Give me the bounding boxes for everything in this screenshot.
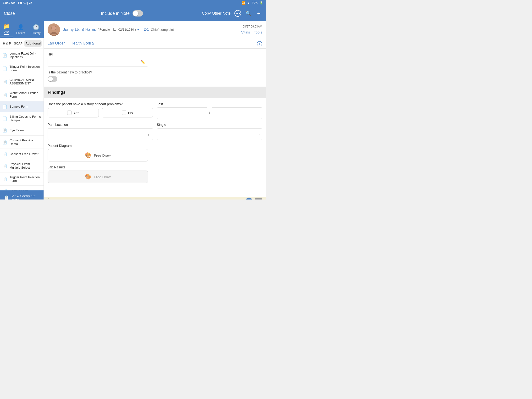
scroll-up-button[interactable]: ▲ [255,198,262,200]
sidebar-item-physical[interactable]: 📄 Physical Exam Multiple Select [0,159,44,172]
doc-icon-consent2: 📄 [2,152,7,156]
lab-results-section: Lab Results 🎨 Free Draw [48,165,148,183]
findings-header: Findings [44,87,266,98]
doc-icon-lumbar: 📄 [2,53,7,58]
test-input-left[interactable] [157,108,207,119]
new-patient-toggle[interactable] [48,76,57,82]
sidebar-item-label-trigger2: Trigger Point Injection Form [10,175,41,183]
sidebar-item-trigger1[interactable]: 📄 Trigger Point Injection Form [0,62,44,75]
sidebar-item-cervical[interactable]: 📄 CERVICAL SPINE ASSESSMENT [0,75,44,88]
patient-diagram-label: Patient Diagram [48,144,148,148]
free-draw-icon1: 🎨 [85,152,91,158]
sidebar-item-lumbar[interactable]: 📄 Lumbar Facet Joint Injections [0,49,44,62]
patient-diagram-section: Patient Diagram 🎨 Free Draw [48,144,148,161]
doc-icon-work: 📄 [2,93,7,97]
doc-icon-eye: 📄 [2,128,7,133]
bottom-bar: 0 Line 🎤 ▲ [44,197,266,200]
dot3 [239,13,240,14]
wifi-icon: 📶 [242,1,245,5]
doc-icon-billing: 📄 [2,116,7,121]
sidebar-item-consent1[interactable]: 📄 Consent Practice Demo [0,136,44,149]
up-arrow-icon: ▲ [257,199,260,200]
test-input-right[interactable] [212,108,262,119]
sidebar-item-label-consent1: Consent Practice Demo [10,139,41,146]
patient-diagram-free-draw-button[interactable]: 🎨 Free Draw [48,149,148,161]
free-draw-label1: Free Draw [94,153,111,157]
sidebar-item-label-cervical: CERVICAL SPINE ASSESSMENT [10,78,41,85]
sidebar-item-eye[interactable]: 📄 Eye Exam [0,125,44,136]
nav-tab-history[interactable]: 🕐 History [29,22,43,37]
patient-name: Jenny (Jen) Harris [63,27,96,32]
view-complete-note-label: View Complete Note [12,194,40,200]
search-button[interactable]: 🔍 [245,10,252,17]
more-options-button[interactable] [234,10,241,17]
edit-icon[interactable]: ✏️ [141,60,146,64]
free-draw-label2: Free Draw [94,175,111,179]
test-slash: / [208,111,211,116]
hpi-input-row: ✏️ [48,58,148,66]
sidebar-tab-soap[interactable]: SOAP [13,40,23,47]
sidebar-item-label-lumbar: Lumbar Facet Joint Injections [10,52,41,59]
no-button[interactable]: No [102,108,153,117]
battery-icon: 🔋 [260,1,263,5]
lab-results-free-draw-button[interactable]: 🎨 Free Draw [48,171,148,183]
include-note-label: Include in Note [101,11,130,16]
sidebar-item-sample2[interactable]: 📄 Sample Form P [0,186,44,190]
view-complete-note-button[interactable]: 📋 View Complete Note [0,190,44,200]
patient-label: Patient [16,31,25,35]
test-label: Test [157,102,262,106]
patient-action-buttons: Vitals Tools [241,30,262,34]
info-button[interactable]: i [257,41,262,48]
left-sidebar: H & P SOAP Additional 📄 Lumbar Facet Joi… [0,38,44,200]
sidebar-item-work[interactable]: 📄 Work/School Excuse Form [0,88,44,101]
svg-point-3 [52,26,56,30]
include-note-toggle[interactable] [133,10,143,17]
close-button[interactable]: Close [4,11,42,16]
hpi-label: HPI [48,52,262,56]
yes-label: Yes [73,111,79,115]
sidebar-item-billing[interactable]: 📄 Billing Codes to Forms Sample [0,112,44,125]
tools-button[interactable]: Tools [254,30,262,34]
yes-checkbox [67,111,71,115]
cc-area: CC [144,27,239,32]
header-right: Copy Other Note 🔍 + [202,10,262,17]
single-label: Single [157,123,262,127]
new-patient-section: Is the patient new to practice? [48,70,262,82]
sidebar-tab-additional[interactable]: Additional [24,40,42,47]
status-time: 11:49 AM [3,1,15,5]
mic-button[interactable]: 🎤 [245,198,253,200]
pain-location-input[interactable]: ⋮ [48,128,153,140]
tab-health-gorilla[interactable]: Health Gorilla [70,41,94,48]
battery-label: 80% [252,1,258,5]
doc-icon-sample2: 📄 [2,189,7,190]
mic-icon: 🎤 [247,199,251,200]
hpi-input[interactable] [50,60,141,64]
cc-input[interactable] [151,28,239,32]
doc-icon-cervical: 📄 [2,79,7,84]
pain-col: Pain Location ⋮ [48,123,153,140]
new-patient-label: Is the patient new to practice? [48,70,262,74]
patient-info-bar: Jenny (Jen) Harris ( Female | 41 | 02/11… [44,21,266,38]
visit-label: Visit [4,30,9,35]
history-icon: 🕐 [33,24,39,30]
yes-button[interactable]: Yes [48,108,99,117]
sidebar-item-label-sample1: Sample Form [10,105,41,108]
no-checkbox [122,111,126,115]
sidebar-item-sample1[interactable]: 📄 Sample Form [0,101,44,112]
sidebar-item-trigger2[interactable]: 📄 Trigger Point Injection Form [0,172,44,186]
main-layout: H & P SOAP Additional 📄 Lumbar Facet Joi… [0,38,266,200]
sidebar-item-label-physical: Physical Exam Multiple Select [10,162,41,169]
heart-col: Does the patient have a history of heart… [48,102,153,119]
sidebar-item-consent2[interactable]: 📄 Consent Free Draw 2 [0,149,44,159]
vitals-button[interactable]: Vitals [241,30,250,34]
nav-tab-patient[interactable]: 👤 Patient [13,22,28,37]
sidebar-item-label-consent2: Consent Free Draw 2 [10,152,41,156]
nav-tab-visit[interactable]: 📁 Visit [0,21,13,37]
single-input[interactable]: • [157,128,262,140]
copy-other-note-button[interactable]: Copy Other Note [202,11,231,16]
tab-lab-order[interactable]: Lab Order [48,41,65,48]
sidebar-tab-hp[interactable]: H & P [2,40,12,47]
add-button[interactable]: + [255,10,262,17]
line-info: 0 Line [48,198,52,200]
patient-dropdown-icon[interactable]: ▾ [137,28,139,32]
